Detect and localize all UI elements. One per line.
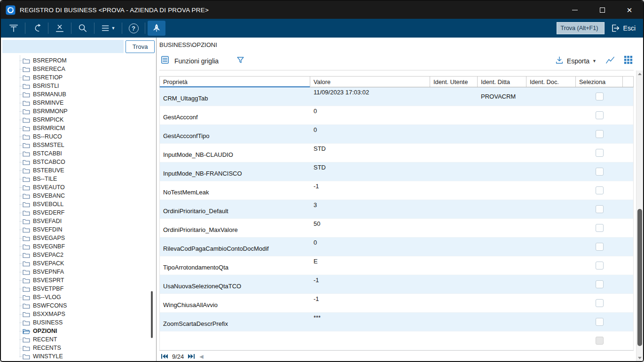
grid-view-icon[interactable] — [624, 55, 633, 66]
table-scrollbar[interactable] — [636, 70, 643, 361]
scroll-up-arrow[interactable] — [636, 70, 643, 77]
table-row[interactable]: OrdiniPrioritario_MaxValore 50 — [160, 219, 633, 238]
rocket-icon[interactable] — [148, 21, 165, 36]
table-row[interactable]: GestAccconfTipo 0 — [160, 125, 633, 144]
table-row[interactable]: RilevaCodPagaCambioContoDocModif 0 — [160, 238, 633, 256]
column-header-ident-ditta[interactable]: Ident. Ditta — [478, 77, 526, 87]
sidebar-tree-item[interactable]: BSRISTLI — [23, 82, 156, 90]
toolbar-separator — [71, 23, 71, 34]
row-checkbox[interactable] — [596, 92, 604, 100]
sidebar-tree-item[interactable]: BSRMPICK — [23, 116, 156, 124]
search-icon[interactable] — [74, 21, 92, 36]
row-checkbox[interactable] — [596, 280, 604, 288]
row-checkbox[interactable] — [596, 205, 604, 213]
table-row[interactable]: OrdiniPrioritario_Default 3 — [160, 200, 633, 219]
sidebar-tree-item[interactable]: BSVETPBF — [23, 285, 156, 293]
sidebar-scrollbar-thumb[interactable] — [151, 291, 153, 338]
row-checkbox[interactable] — [596, 149, 604, 157]
sidebar-tree-item[interactable]: BSVEFADI — [23, 217, 156, 225]
sidebar-tree-item[interactable]: RECENTS — [23, 344, 156, 352]
sidebar-tree-item[interactable]: WINSTYLE — [23, 352, 156, 361]
sidebar-tree-item[interactable]: BSVEGNBF — [23, 242, 156, 251]
row-checkbox[interactable] — [596, 224, 604, 232]
filter-icon[interactable] — [236, 55, 245, 67]
sidebar-tree-item[interactable]: BSVEAUTO — [23, 183, 156, 192]
sidebar-tree-item[interactable]: BS--RUCO — [23, 132, 156, 141]
sidebar-tree-item[interactable]: BSVEGAPS — [23, 234, 156, 242]
maximize-button[interactable] — [589, 1, 616, 19]
expand-levels-icon[interactable] — [5, 21, 23, 36]
sidebar-tree-item[interactable]: BSVESPRT — [23, 276, 156, 285]
sidebar-tree-item[interactable]: BSRMMONP — [23, 107, 156, 116]
sidebar-tree-item[interactable]: BUSINESS — [23, 318, 156, 327]
sidebar-tree-item[interactable]: OPZIONI — [23, 327, 156, 335]
reload-icon[interactable] — [28, 21, 46, 36]
minimize-button[interactable] — [561, 1, 589, 19]
column-header-valore[interactable]: Valore — [310, 77, 430, 87]
table-row[interactable]: WingChiusaAllAvvio -1 — [160, 294, 633, 313]
last-page-button[interactable] — [188, 354, 195, 359]
table-row[interactable]: NoTestMemLeak -1 — [160, 181, 633, 200]
row-checkbox[interactable] — [596, 262, 604, 270]
help-icon[interactable]: ? — [125, 21, 142, 36]
table-row[interactable]: UsaNuovaSelezioneQtaTCO -1 — [160, 275, 633, 294]
row-checkbox[interactable] — [596, 318, 604, 326]
sidebar-tree-item[interactable]: BSRETIOP — [23, 73, 156, 82]
grid-functions-icon[interactable] — [160, 55, 170, 67]
sidebar-tree-item[interactable]: BSWFCONS — [23, 301, 156, 310]
previous-page-button[interactable]: ◀ — [199, 354, 203, 360]
sidebar-tree-item[interactable]: BSSMSTEL — [23, 141, 156, 149]
chart-icon[interactable] — [605, 55, 615, 67]
row-checkbox[interactable] — [596, 130, 604, 138]
sidebar-tree-item[interactable]: BS--VLOG — [23, 293, 156, 301]
sidebar-tree-item[interactable]: RECENT — [23, 335, 156, 344]
sidebar-tree-item[interactable]: BSVEBANC — [23, 192, 156, 200]
scroll-down-arrow[interactable] — [636, 354, 643, 361]
sidebar-tree-item[interactable]: BSRMRICM — [23, 124, 156, 132]
row-checkbox[interactable] — [596, 111, 604, 119]
exit-button[interactable]: Esci — [610, 23, 639, 33]
sidebar-tree-item[interactable]: BSXXMAPS — [23, 310, 156, 318]
table-row[interactable]: InputMode_NB-FRANCISCO STD — [160, 162, 633, 181]
sidebar-tree-item[interactable]: BSRMANUB — [23, 90, 156, 99]
export-button[interactable]: Esporta ▼ — [555, 55, 597, 67]
column-header-ident-utente[interactable]: Ident. Utente — [430, 77, 478, 87]
row-checkbox[interactable] — [596, 186, 604, 194]
sidebar-tree-item[interactable]: BSVEPAC2 — [23, 251, 156, 259]
sidebar-tree-item[interactable]: BSTEBUVE — [23, 166, 156, 175]
row-checkbox[interactable] — [596, 299, 604, 307]
row-checkbox[interactable] — [596, 243, 604, 251]
grid-functions-label[interactable]: Funzioni griglia — [174, 57, 219, 65]
column-header-ident-doc[interactable]: Ident. Doc. — [526, 77, 576, 87]
find-shortcut-box[interactable]: Trova (Alt+F1) — [557, 22, 605, 34]
sidebar-tree-item[interactable]: BSVEPACK — [23, 259, 156, 268]
row-checkbox[interactable] — [596, 168, 604, 176]
sidebar-tree-item[interactable]: BSVEDERF — [23, 208, 156, 217]
sidebar-tree-item[interactable]: BSRMINVE — [23, 99, 156, 107]
table-row[interactable]: InputMode_NB-CLAUDIO STD — [160, 144, 633, 162]
sidebar-search-input[interactable] — [2, 40, 124, 53]
close-panel-icon[interactable] — [51, 21, 69, 36]
sidebar-tree-item[interactable]: BS--TILE — [23, 175, 156, 183]
sidebar-tree-item[interactable]: BSVEPNFA — [23, 268, 156, 276]
table-row[interactable]: TipoArrotondamentoQta E — [160, 256, 633, 275]
table-row[interactable] — [160, 331, 633, 350]
table-row[interactable]: GestAccconf 0 — [160, 106, 633, 125]
sidebar-tree-item[interactable]: BSVEFDIN — [23, 225, 156, 234]
sidebar-tree-item-label: BSTCABCO — [33, 159, 65, 165]
sidebar-tree-item[interactable]: BSTCABCO — [23, 158, 156, 166]
table-row[interactable]: CRM_UltaggTab 11/09/2023 17:03:02 PROVAC… — [160, 87, 633, 106]
sidebar-tree-item[interactable]: BSVEBOLL — [23, 200, 156, 208]
menu-icon[interactable]: ▼ — [97, 21, 119, 36]
close-button[interactable]: ✕ — [616, 1, 643, 19]
cell-valore — [310, 331, 430, 350]
table-row[interactable]: ZoomScartaDescrPrefix *** — [160, 313, 633, 331]
sidebar-tree-item[interactable]: BSTCABBI — [23, 149, 156, 158]
column-header-proprieta[interactable]: Proprietà — [160, 77, 310, 87]
sidebar-tree-item[interactable]: BSRERECA — [23, 65, 156, 73]
first-page-button[interactable] — [161, 354, 168, 359]
sidebar-find-button[interactable]: Trova — [126, 40, 155, 53]
sidebar-tree-item[interactable]: BSREPROM — [23, 56, 156, 65]
column-header-seleziona[interactable]: Seleziona — [576, 77, 623, 87]
table-scrollbar-thumb[interactable] — [637, 209, 642, 346]
